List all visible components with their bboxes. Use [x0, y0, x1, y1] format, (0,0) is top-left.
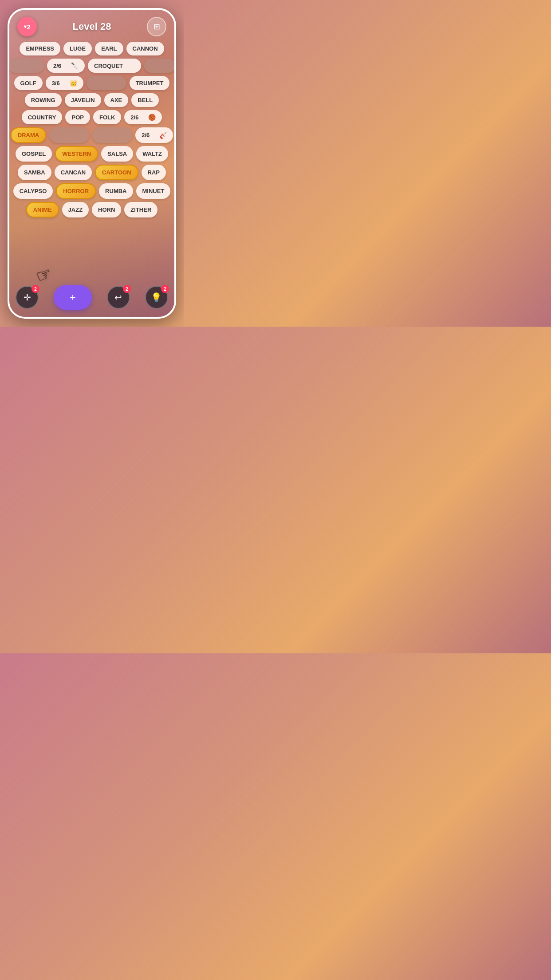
game-content: 2 Level 28 ⊞ EMPRESS LUGE EARL CANNON 2/…	[9, 10, 174, 317]
blank-5	[92, 127, 132, 143]
menu-button[interactable]: ⊞	[147, 17, 166, 36]
word-cancan[interactable]: CANCAN	[55, 165, 92, 180]
hint-button[interactable]: 💡 2	[145, 286, 168, 309]
word-row-4: ROWING JAVELIN AXE BELL	[14, 93, 170, 107]
word-cannon[interactable]: CANNON	[126, 42, 164, 55]
word-row-5: COUNTRY POP FOLK 2/6 🏀	[14, 110, 170, 124]
word-javelin[interactable]: JAVELIN	[65, 93, 101, 107]
blank-2	[144, 59, 174, 73]
move-badge: 2	[31, 285, 39, 293]
phone-frame: 2 Level 28 ⊞ EMPRESS LUGE EARL CANNON 2/…	[8, 8, 176, 319]
lives-badge: 2	[17, 17, 37, 36]
word-cartoon[interactable]: CARTOON	[95, 165, 138, 180]
footer: ✛ 2 + ↩ 2 💡 2	[9, 281, 174, 317]
undo-button[interactable]: ↩ 2	[107, 286, 130, 309]
word-salsa[interactable]: SALSA	[101, 146, 133, 162]
word-trumpet[interactable]: TRUMPET	[130, 76, 170, 90]
word-axe[interactable]: AXE	[104, 93, 129, 107]
progress-basketball[interactable]: 2/6 🏀	[124, 110, 162, 124]
guitar-icon: 🎸	[159, 132, 167, 139]
word-rap[interactable]: RAP	[142, 165, 166, 180]
knife-icon: 🔪	[71, 62, 79, 69]
word-bell[interactable]: BELL	[131, 93, 159, 107]
word-luge[interactable]: LUGE	[63, 42, 92, 55]
word-rowing[interactable]: ROWING	[25, 93, 62, 107]
level-title: Level 28	[73, 21, 111, 32]
add-icon: +	[70, 291, 76, 304]
word-horror[interactable]: HORROR	[56, 183, 96, 199]
word-pop[interactable]: POP	[65, 110, 90, 124]
word-western[interactable]: WESTERN	[55, 146, 98, 162]
word-samba[interactable]: SAMBA	[18, 165, 51, 180]
word-folk[interactable]: FOLK	[93, 110, 121, 124]
word-row-1: EMPRESS LUGE EARL CANNON	[14, 42, 170, 55]
word-golf[interactable]: GOLF	[14, 76, 43, 90]
words-grid: EMPRESS LUGE EARL CANNON 2/6 🔪 CROQUET G…	[9, 40, 174, 281]
blank-4	[49, 127, 89, 143]
word-row-10: ANIME JAZZ HORN ZITHER	[14, 202, 170, 217]
lives-count: 2	[27, 23, 30, 31]
word-croquet[interactable]: CROQUET	[88, 59, 141, 73]
undo-badge: 2	[123, 285, 131, 293]
word-row-9: CALYPSO HORROR RUMBA MINUET	[14, 183, 170, 199]
word-waltz[interactable]: WALTZ	[136, 146, 168, 162]
word-row-2: 2/6 🔪 CROQUET	[14, 59, 170, 73]
word-horn[interactable]: HORN	[92, 202, 121, 217]
word-earl[interactable]: EARL	[95, 42, 123, 55]
hint-badge: 2	[161, 285, 169, 293]
header: 2 Level 28 ⊞	[9, 10, 174, 40]
progress-crown[interactable]: 3/6 👑	[46, 76, 83, 90]
word-minuet[interactable]: MINUET	[136, 183, 171, 199]
blank-3	[87, 76, 126, 90]
word-zither[interactable]: ZITHER	[124, 202, 157, 217]
word-gospel[interactable]: GOSPEL	[16, 146, 52, 162]
word-calypso[interactable]: CALYPSO	[13, 183, 53, 199]
word-row-7: GOSPEL WESTERN SALSA WALTZ	[14, 146, 170, 162]
word-drama[interactable]: DRAMA	[11, 127, 46, 143]
word-rumba[interactable]: RUMBA	[99, 183, 133, 199]
word-row-3: GOLF 3/6 👑 TRUMPET	[14, 76, 170, 90]
progress-guitar[interactable]: 2/6 🎸	[135, 127, 173, 143]
word-row-8: SAMBA CANCAN CARTOON RAP	[14, 165, 170, 180]
word-country[interactable]: COUNTRY	[22, 110, 63, 124]
crown-icon: 👑	[70, 79, 77, 87]
word-anime[interactable]: ANIME	[26, 202, 59, 217]
word-row-6: DRAMA 2/6 🎸	[14, 127, 170, 143]
progress-knife[interactable]: 2/6 🔪	[47, 59, 85, 73]
word-jazz[interactable]: JAZZ	[62, 202, 89, 217]
move-button[interactable]: ✛ 2	[16, 286, 39, 309]
basketball-icon: 🏀	[148, 114, 156, 121]
add-button[interactable]: +	[54, 285, 92, 310]
blank-1	[9, 59, 44, 73]
word-empress[interactable]: EMPRESS	[20, 42, 60, 55]
